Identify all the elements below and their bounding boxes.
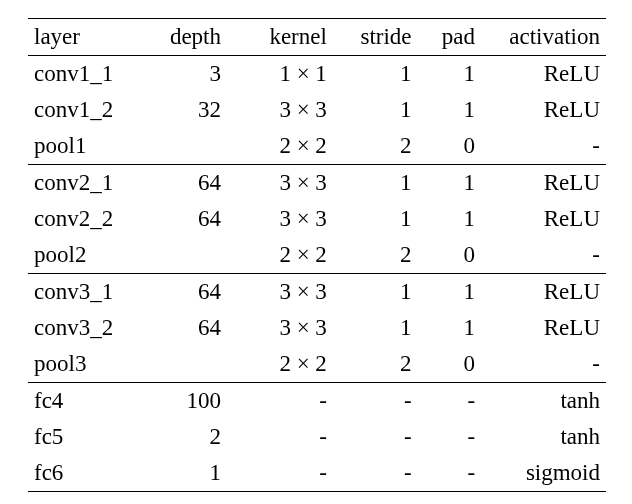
cell-pad: 1 [418, 274, 482, 311]
table-row: conv1_131 × 111ReLU [28, 56, 606, 93]
cell-stride: 1 [333, 92, 418, 128]
cell-activation: ReLU [481, 274, 606, 311]
cell-depth [142, 346, 227, 383]
cell-pad: 0 [418, 346, 482, 383]
cell-kernel: 3 × 3 [227, 274, 333, 311]
cell-layer: pool3 [28, 346, 142, 383]
cell-layer: conv2_1 [28, 165, 142, 202]
cell-stride: 2 [333, 346, 418, 383]
cell-kernel: 2 × 2 [227, 237, 333, 274]
cell-stride: 1 [333, 274, 418, 311]
table-body: conv1_131 × 111ReLUconv1_2323 × 311ReLUp… [28, 56, 606, 492]
table-row: fc61---sigmoid [28, 455, 606, 492]
cell-kernel: 3 × 3 [227, 201, 333, 237]
table-row: pool12 × 220- [28, 128, 606, 165]
cell-pad: - [418, 419, 482, 455]
cell-stride: 2 [333, 128, 418, 165]
cell-kernel: 2 × 2 [227, 346, 333, 383]
cell-layer: pool2 [28, 237, 142, 274]
cell-depth [142, 128, 227, 165]
cell-activation: ReLU [481, 201, 606, 237]
cell-activation: tanh [481, 419, 606, 455]
cell-pad: 0 [418, 237, 482, 274]
cell-kernel: - [227, 419, 333, 455]
table-row: fc4100---tanh [28, 383, 606, 420]
architecture-table: layer depth kernel stride pad activation… [28, 18, 606, 492]
table-row: conv1_2323 × 311ReLU [28, 92, 606, 128]
cell-stride: 1 [333, 201, 418, 237]
cell-activation: ReLU [481, 56, 606, 93]
cell-layer: pool1 [28, 128, 142, 165]
cell-layer: fc4 [28, 383, 142, 420]
cell-layer: fc6 [28, 455, 142, 492]
cell-activation: sigmoid [481, 455, 606, 492]
cell-pad: 0 [418, 128, 482, 165]
table-row: conv3_1643 × 311ReLU [28, 274, 606, 311]
col-activation: activation [481, 19, 606, 56]
cell-kernel: 2 × 2 [227, 128, 333, 165]
col-pad: pad [418, 19, 482, 56]
cell-layer: conv3_1 [28, 274, 142, 311]
cell-pad: 1 [418, 92, 482, 128]
table-row: fc52---tanh [28, 419, 606, 455]
cell-activation: tanh [481, 383, 606, 420]
cell-layer: conv1_1 [28, 56, 142, 93]
cell-depth: 100 [142, 383, 227, 420]
cell-stride: 1 [333, 165, 418, 202]
cell-layer: conv3_2 [28, 310, 142, 346]
cell-activation: - [481, 237, 606, 274]
table-header-row: layer depth kernel stride pad activation [28, 19, 606, 56]
table-row: pool22 × 220- [28, 237, 606, 274]
cell-activation: - [481, 128, 606, 165]
cell-depth [142, 237, 227, 274]
cell-stride: - [333, 383, 418, 420]
cell-pad: - [418, 383, 482, 420]
cell-pad: 1 [418, 201, 482, 237]
cell-pad: 1 [418, 310, 482, 346]
cell-depth: 3 [142, 56, 227, 93]
col-layer: layer [28, 19, 142, 56]
cell-pad: 1 [418, 165, 482, 202]
cell-depth: 64 [142, 201, 227, 237]
cell-activation: ReLU [481, 165, 606, 202]
cell-stride: 1 [333, 310, 418, 346]
cell-pad: 1 [418, 56, 482, 93]
table-row: conv2_2643 × 311ReLU [28, 201, 606, 237]
cell-layer: conv2_2 [28, 201, 142, 237]
table-row: conv3_2643 × 311ReLU [28, 310, 606, 346]
cell-kernel: - [227, 383, 333, 420]
cell-activation: ReLU [481, 92, 606, 128]
table-row: conv2_1643 × 311ReLU [28, 165, 606, 202]
col-stride: stride [333, 19, 418, 56]
cell-activation: ReLU [481, 310, 606, 346]
cell-depth: 32 [142, 92, 227, 128]
cell-stride: 2 [333, 237, 418, 274]
cell-stride: - [333, 419, 418, 455]
col-depth: depth [142, 19, 227, 56]
cell-activation: - [481, 346, 606, 383]
cell-kernel: 3 × 3 [227, 165, 333, 202]
cell-kernel: 3 × 3 [227, 92, 333, 128]
cell-depth: 2 [142, 419, 227, 455]
cell-kernel: 1 × 1 [227, 56, 333, 93]
cell-depth: 64 [142, 310, 227, 346]
cell-stride: 1 [333, 56, 418, 93]
cell-stride: - [333, 455, 418, 492]
col-kernel: kernel [227, 19, 333, 56]
cell-kernel: 3 × 3 [227, 310, 333, 346]
cell-pad: - [418, 455, 482, 492]
cell-depth: 64 [142, 165, 227, 202]
cell-layer: conv1_2 [28, 92, 142, 128]
cell-kernel: - [227, 455, 333, 492]
table-row: pool32 × 220- [28, 346, 606, 383]
cell-layer: fc5 [28, 419, 142, 455]
cell-depth: 64 [142, 274, 227, 311]
cell-depth: 1 [142, 455, 227, 492]
